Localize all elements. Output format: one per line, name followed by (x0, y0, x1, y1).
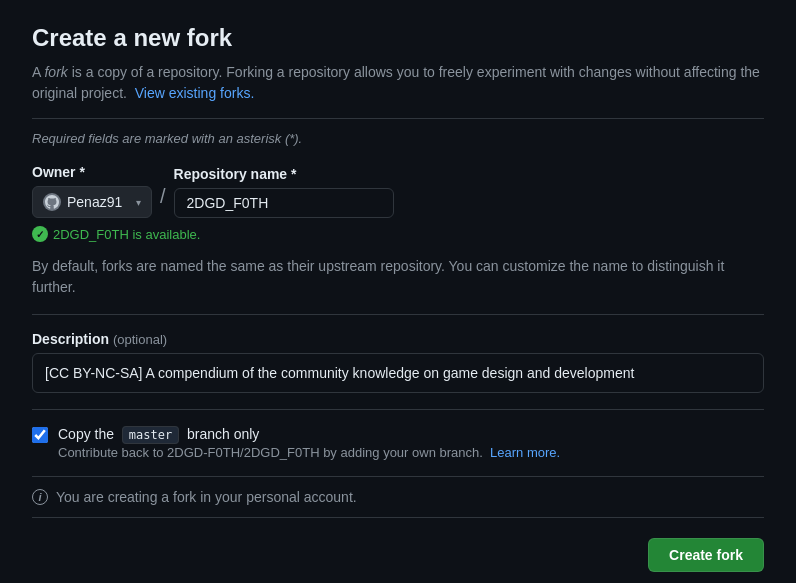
footer-row: Create fork (32, 538, 764, 572)
copy-branch-checkbox-wrapper (32, 427, 48, 443)
repo-name-input[interactable] (174, 188, 394, 218)
main-container: Create a new fork A fork is a copy of a … (32, 24, 764, 572)
required-note: Required fields are marked with an aster… (32, 131, 764, 146)
owner-select-dropdown[interactable]: Penaz91 ▾ (32, 186, 152, 218)
slash-separator: / (160, 185, 166, 218)
default-name-info: By default, forks are named the same as … (32, 256, 764, 298)
description-input[interactable] (32, 353, 764, 393)
section-divider-2 (32, 409, 764, 410)
personal-account-banner: i You are creating a fork in your person… (32, 476, 764, 518)
availability-message: ✓ 2DGD_F0TH is available. (32, 226, 764, 242)
copy-branch-label[interactable]: Copy the master branch only (58, 426, 259, 442)
page-title: Create a new fork (32, 24, 764, 52)
owner-label: Owner * (32, 164, 152, 180)
section-divider-1 (32, 314, 764, 315)
owner-avatar (43, 193, 61, 211)
owner-group: Owner * Penaz91 ▾ (32, 164, 152, 218)
view-forks-link[interactable]: View existing forks. (135, 85, 255, 101)
copy-branch-label-group: Copy the master branch only Contribute b… (58, 426, 560, 460)
repo-name-group: Repository name * (174, 166, 394, 218)
availability-text: 2DGD_F0TH is available. (53, 227, 200, 242)
top-divider (32, 118, 764, 119)
chevron-down-icon: ▾ (136, 197, 141, 208)
owner-name-text: Penaz91 (67, 194, 130, 210)
branch-tag: master (122, 426, 179, 444)
description-group: Description (optional) (32, 331, 764, 393)
repo-name-label: Repository name * (174, 166, 394, 182)
description-label: Description (optional) (32, 331, 764, 347)
personal-account-text: You are creating a fork in your personal… (56, 489, 357, 505)
contribute-text: Contribute back to 2DGD-F0TH/2DGD_F0TH b… (58, 445, 560, 460)
fork-italic: fork (44, 64, 67, 80)
create-fork-button[interactable]: Create fork (648, 538, 764, 572)
learn-more-link[interactable]: Learn more. (490, 445, 560, 460)
copy-branch-section: Copy the master branch only Contribute b… (32, 426, 764, 460)
copy-branch-checkbox[interactable] (32, 427, 48, 443)
intro-paragraph: A fork is a copy of a repository. Forkin… (32, 62, 764, 104)
optional-label: (optional) (113, 332, 167, 347)
info-icon: i (32, 489, 48, 505)
copy-branch-label-1: Copy the (58, 426, 114, 442)
intro-before-fork: A (32, 64, 44, 80)
owner-repo-row: Owner * Penaz91 ▾ / Repository name * (32, 164, 764, 218)
check-circle-icon: ✓ (32, 226, 48, 242)
copy-branch-label-2: branch only (187, 426, 259, 442)
